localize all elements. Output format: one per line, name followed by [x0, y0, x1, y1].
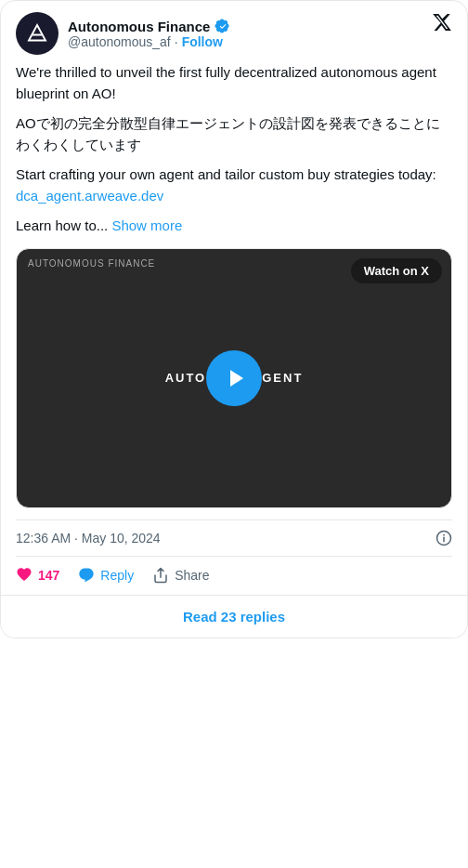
share-label: Share: [175, 568, 209, 583]
tweet-body: We're thrilled to unveil the first fully…: [16, 62, 452, 237]
tweet-link[interactable]: dca_agent.arweave.dev: [16, 188, 163, 204]
video-text-right: GENT: [262, 371, 303, 385]
account-handle-row: @autonomous_af · Follow: [68, 34, 230, 49]
show-more-button[interactable]: Show more: [111, 217, 182, 233]
follow-button[interactable]: Follow: [182, 34, 223, 49]
tweet-card: Autonomous Finance @autonomous_af · Foll…: [0, 0, 468, 638]
account-name[interactable]: Autonomous Finance: [68, 19, 210, 34]
verified-badge: [214, 18, 230, 34]
tweet-text-en: We're thrilled to unveil the first fully…: [16, 62, 452, 104]
reply-stat[interactable]: Reply: [78, 567, 134, 584]
reply-label: Reply: [100, 568, 134, 583]
likes-count: 147: [38, 568, 59, 583]
video-text-left: AUTO: [165, 371, 207, 385]
dot-separator: ·: [175, 34, 178, 49]
watch-on-x-button[interactable]: Watch on X: [351, 258, 442, 283]
video-container[interactable]: AUTONOMOUS FINANCE Watch on X AUTO GENT: [16, 248, 452, 508]
account-info: Autonomous Finance @autonomous_af · Foll…: [68, 18, 230, 49]
likes-stat[interactable]: 147: [16, 566, 59, 585]
account-name-row: Autonomous Finance: [68, 18, 230, 34]
tweet-text-ja: AOで初の完全分散型自律エージェントの設計図を発表できることにわくわくしています: [16, 113, 452, 155]
tweet-learn: Learn how to... Show more: [16, 216, 452, 237]
tweet-header-left: Autonomous Finance @autonomous_af · Foll…: [16, 12, 230, 55]
tweet-timestamp: 12:36 AM · May 10, 2024: [16, 519, 452, 556]
heart-icon: [16, 566, 32, 585]
tweet-header: Autonomous Finance @autonomous_af · Foll…: [16, 12, 452, 55]
svg-marker-3: [230, 370, 243, 387]
video-watermark: AUTONOMOUS FINANCE: [28, 258, 155, 269]
share-stat[interactable]: Share: [152, 567, 209, 584]
tweet-text-cta: Start crafting your own agent and tailor…: [16, 164, 452, 206]
svg-point-6: [443, 533, 445, 535]
play-button[interactable]: [206, 350, 262, 406]
read-replies-button[interactable]: Read 23 replies: [1, 595, 467, 638]
timestamp-text: 12:36 AM · May 10, 2024: [16, 531, 161, 546]
video-center: AUTO GENT: [165, 350, 304, 406]
account-handle: @autonomous_af: [68, 34, 171, 49]
x-logo-button[interactable]: [432, 12, 452, 33]
info-icon[interactable]: [436, 530, 452, 546]
avatar[interactable]: [16, 12, 58, 55]
tweet-stats: 147 Reply Share: [16, 556, 452, 595]
reply-icon: [78, 567, 95, 584]
share-icon: [152, 567, 169, 584]
